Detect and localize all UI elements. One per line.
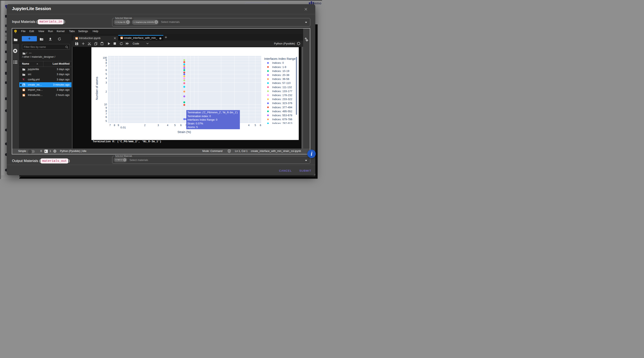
svg-text:Indices: 133-177: Indices: 133-177 — [272, 90, 292, 93]
svg-text:7: 7 — [106, 65, 107, 68]
svg-text:Indices: 178-232: Indices: 178-232 — [272, 94, 292, 97]
svg-text:Termination: ('C_P6/mmm_2', 'N: Termination: ('C_P6/mmm_2', 'Ni_R-3m_1') — [188, 111, 238, 114]
svg-text:8: 8 — [114, 124, 115, 127]
svg-text:Indices: 0: Indices: 0 — [272, 61, 284, 65]
svg-text:5: 5 — [255, 124, 256, 127]
svg-text:Interfaces Index Range: Interfaces Index Range — [264, 57, 296, 61]
svg-text:Indices: 495-552: Indices: 495-552 — [272, 110, 292, 113]
svg-text:6: 6 — [260, 124, 262, 127]
svg-text:2: 2 — [144, 124, 146, 127]
svg-text:5: 5 — [106, 73, 107, 76]
svg-text:8: 8 — [106, 110, 107, 113]
svg-text:Termination index: 0: Termination index: 0 — [188, 115, 211, 118]
svg-text:Number of atoms: Number of atoms — [95, 77, 98, 100]
svg-text:4: 4 — [167, 124, 168, 127]
svg-text:Strain: 0.07%: Strain: 0.07% — [188, 122, 203, 125]
svg-text:6: 6 — [180, 124, 182, 127]
svg-text:Indices: 20-38: Indices: 20-38 — [272, 74, 290, 77]
svg-text:Indices: 1-9: Indices: 1-9 — [272, 66, 286, 69]
svg-text:7: 7 — [106, 113, 107, 115]
svg-text:Indices: 323-376: Indices: 323-376 — [272, 102, 292, 105]
svg-text:Indices: 111-132: Indices: 111-132 — [272, 86, 292, 89]
svg-text:5: 5 — [106, 120, 107, 123]
svg-text:5: 5 — [174, 124, 176, 127]
svg-text:4: 4 — [106, 77, 107, 80]
svg-text:8: 8 — [106, 62, 107, 65]
svg-text:Indices: 57-110: Indices: 57-110 — [272, 81, 291, 85]
svg-text:9: 9 — [118, 124, 119, 127]
svg-text:Indices: 10-19: Indices: 10-19 — [272, 70, 290, 73]
svg-text:Indices: 233-322: Indices: 233-322 — [272, 98, 292, 101]
svg-text:10: 10 — [104, 103, 107, 106]
svg-text:7: 7 — [110, 124, 111, 127]
svg-text:2: 2 — [106, 90, 107, 93]
svg-text:0.01: 0.01 — [120, 126, 126, 129]
svg-text:9: 9 — [106, 106, 107, 109]
svg-text:Indices: 39-56: Indices: 39-56 — [272, 78, 290, 81]
svg-text:Interfaces Index Range: 0: Interfaces Index Range: 0 — [188, 118, 218, 121]
svg-text:3: 3 — [106, 81, 107, 84]
svg-text:Indices: 377-494: Indices: 377-494 — [272, 106, 292, 109]
svg-text:3: 3 — [158, 124, 159, 127]
svg-text:4: 4 — [248, 124, 250, 127]
svg-text:Indices: 679-786: Indices: 679-786 — [272, 118, 292, 121]
svg-text:9: 9 — [106, 59, 107, 62]
svg-text:Atoms: 5: Atoms: 5 — [188, 126, 198, 129]
svg-text:Strain (%): Strain (%) — [178, 130, 191, 134]
svg-text:6: 6 — [106, 116, 107, 119]
svg-text:Indices: 553-678: Indices: 553-678 — [272, 114, 292, 117]
svg-text:6: 6 — [106, 69, 107, 72]
